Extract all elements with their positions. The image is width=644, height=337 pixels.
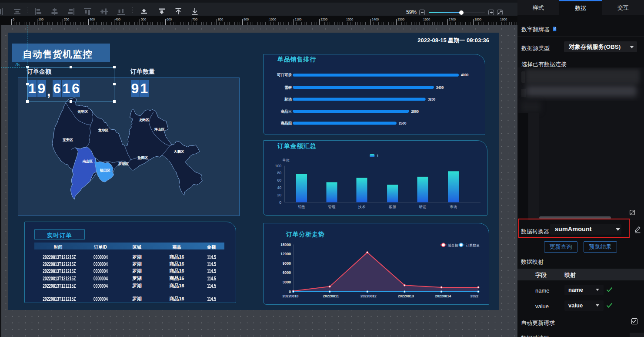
svg-text:盐田区: 盐田区	[137, 156, 148, 160]
svg-text:20220811: 20220811	[323, 293, 339, 298]
svg-text:3400: 3400	[436, 85, 444, 90]
svg-text:管理: 管理	[328, 205, 336, 209]
svg-text:单位: 单位	[282, 158, 290, 162]
svg-text:1: 1	[377, 154, 379, 158]
svg-text:2022: 2022	[470, 293, 478, 298]
svg-text:2800: 2800	[411, 109, 419, 114]
svg-text:0: 0	[279, 200, 281, 205]
svg-text:80: 80	[277, 171, 281, 175]
svg-text:15000: 15000	[280, 242, 291, 247]
svg-text:宝安区: 宝安区	[63, 138, 73, 142]
svg-text:3200: 3200	[428, 97, 436, 101]
svg-text:南山区: 南山区	[82, 159, 93, 163]
svg-text:总金额: 总金额	[447, 243, 458, 247]
svg-text:大鹏区: 大鹏区	[174, 150, 184, 154]
svg-text:20220812: 20220812	[360, 293, 377, 298]
svg-text:20220810: 20220810	[283, 293, 299, 298]
svg-text:20220814: 20220814	[435, 293, 451, 298]
svg-text:12000: 12000	[280, 251, 291, 256]
svg-text:龙华区: 龙华区	[97, 128, 108, 132]
svg-text:订单数量: 订单数量	[466, 243, 480, 247]
svg-text:40: 40	[277, 185, 281, 190]
svg-text:市场: 市场	[450, 205, 457, 209]
svg-text:3000: 3000	[283, 280, 291, 284]
svg-text:4000: 4000	[461, 73, 469, 77]
svg-text:100: 100	[275, 164, 281, 168]
svg-text:商品四: 商品四	[281, 121, 292, 125]
svg-text:龙岗区: 龙岗区	[138, 118, 149, 122]
svg-text:可口可乐: 可口可乐	[277, 73, 292, 77]
svg-text:2500: 2500	[399, 121, 407, 125]
svg-text:技术: 技术	[358, 205, 366, 209]
svg-text:雪碧: 雪碧	[284, 85, 292, 90]
svg-text:20220813: 20220813	[398, 293, 414, 298]
svg-text:9000: 9000	[283, 261, 291, 266]
svg-text:福田区: 福田区	[99, 168, 110, 172]
svg-text:20: 20	[277, 193, 281, 197]
svg-text:脉动: 脉动	[284, 97, 292, 101]
svg-text:销售: 销售	[298, 205, 305, 209]
svg-text:客服: 客服	[389, 205, 397, 209]
svg-text:60: 60	[277, 178, 281, 182]
svg-text:6000: 6000	[283, 270, 291, 275]
svg-text:光明区: 光明区	[77, 110, 88, 114]
svg-text:商品三: 商品三	[281, 109, 292, 114]
svg-text:罗湖区: 罗湖区	[118, 162, 128, 166]
svg-text:坪山区: 坪山区	[153, 128, 164, 131]
svg-text:研发: 研发	[419, 205, 427, 209]
